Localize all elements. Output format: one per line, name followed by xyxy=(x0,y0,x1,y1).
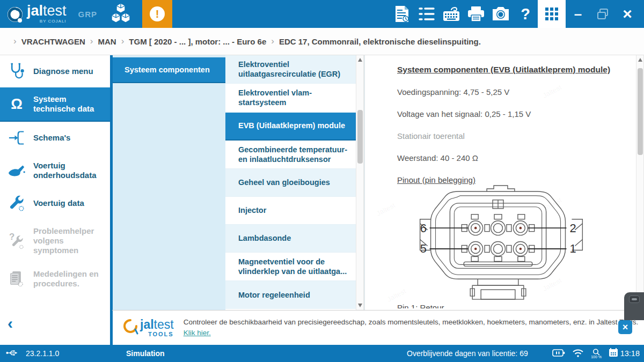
scroll-down-arrow[interactable] xyxy=(358,304,362,307)
spec-supply-voltage: Voedingspanning: 4,75 - 5,25 V xyxy=(397,87,636,97)
brand-bold: jal xyxy=(27,3,43,19)
cubes-icon[interactable] xyxy=(109,2,133,26)
component-item[interactable]: Geheel van gloeibougies xyxy=(225,169,356,197)
breadcrumb-separator: › xyxy=(271,36,274,47)
spec-resistance: Weerstand: 40 - 240 Ω xyxy=(397,153,636,162)
breadcrumb-item-make[interactable]: MAN xyxy=(98,37,116,46)
pin-caption-clipped: Pin 1: Retour... xyxy=(397,303,601,308)
warning-tile[interactable]: ! xyxy=(142,0,172,28)
brand-byline: BY COJALI xyxy=(27,19,67,24)
restore-window-button[interactable] xyxy=(590,0,615,28)
sidebar-item-schemas[interactable]: Schema's xyxy=(0,122,110,154)
zoom-percent-label: 100 % xyxy=(591,355,602,359)
component-item[interactable]: Magneetventiel voor de vlinderklep van d… xyxy=(225,253,356,281)
sidebar-item-label: Systeem technische data xyxy=(33,94,106,114)
scrollbar-thumb[interactable] xyxy=(638,68,643,155)
detail-title: Systeem componenten (EVB (Uitlaatkleprem… xyxy=(397,65,636,75)
sidebar-item-diagnose-menu[interactable]: Diagnose menu xyxy=(0,55,110,87)
keyboard-icon[interactable] xyxy=(439,0,464,28)
sidebar-item-label: Diagnose menu xyxy=(33,67,93,76)
sidebar-item-label: Probleemhelper volgens symptomen xyxy=(33,226,106,255)
help-icon[interactable]: ? xyxy=(521,5,530,23)
pin-label-6: 6 xyxy=(420,221,427,235)
banner-message: Controleer de beschikbaarheid van precis… xyxy=(184,317,640,339)
breadcrumb-item-system[interactable]: EDC 17, Commonrail, elektronische diesel… xyxy=(279,37,481,46)
scroll-up-arrow[interactable] xyxy=(638,58,642,62)
watermark: Jaltest xyxy=(375,201,397,218)
sidebar-item-vehicle-maintenance-data[interactable]: Voertuig onderhoudsdata xyxy=(0,154,110,187)
wifi-icon xyxy=(572,349,584,359)
pin-label-5: 5 xyxy=(420,242,427,255)
components-scrollbar[interactable] xyxy=(356,55,364,310)
component-item[interactable]: Elektroventiel uitlaatgasrecirculatie (E… xyxy=(225,55,356,84)
tools-brand-light: test xyxy=(154,317,174,331)
sidebar-item-system-technical-data[interactable]: Ω Systeem technische data xyxy=(0,87,110,122)
scroll-up-arrow[interactable] xyxy=(358,58,362,62)
status-bar: 23.2.1.1.0 Simulation Overblijvende dage… xyxy=(0,345,644,362)
sidebar-item-label: Schema's xyxy=(33,133,70,143)
documents-icon xyxy=(8,270,26,288)
systems-item-components[interactable]: Systeem componenten xyxy=(113,57,225,83)
print-icon[interactable] xyxy=(464,0,488,28)
question-wrench-icon: ? xyxy=(8,232,26,250)
watermark: Jaltest xyxy=(386,287,407,304)
banner-close-button[interactable]: × xyxy=(618,320,632,334)
breadcrumb-item-vehicle-type[interactable]: VRACHTWAGEN xyxy=(21,37,85,46)
wrench-icon xyxy=(8,194,26,212)
sidebar-item-label: Mededelingen en procedures. xyxy=(33,269,106,289)
component-item[interactable]: Motor regeleenheid xyxy=(225,281,356,309)
jaltest-logo-icon xyxy=(6,6,25,24)
scrollbar-thumb[interactable] xyxy=(357,110,363,164)
svg-text:?: ? xyxy=(9,232,14,242)
stethoscope-icon xyxy=(8,62,26,80)
component-item[interactable]: Gecombineerde temperatuur- en inlaatluch… xyxy=(225,141,356,169)
zoom-level-icon[interactable]: 100 % xyxy=(591,349,602,359)
pinout-link[interactable]: Pinout (pin belegging) xyxy=(397,175,475,184)
schematic-icon xyxy=(8,129,26,147)
usb-icon xyxy=(5,349,19,358)
sidebar-collapse-chevron[interactable]: ‹ xyxy=(8,315,13,331)
grp-label: GRP xyxy=(78,10,98,19)
breadcrumb-separator: › xyxy=(13,36,17,47)
breadcrumb-bar: › VRACHTWAGEN › MAN › TGM [ 2020 - ... ]… xyxy=(0,28,644,55)
jaltest-tools-logo: jaltest TOOLS xyxy=(122,319,174,337)
tools-logo-icon xyxy=(122,319,138,337)
calendar-icon[interactable] xyxy=(609,348,618,359)
brand-light: test xyxy=(43,3,67,19)
top-bar: jaltest BY COJALI GRP ! xyxy=(0,0,644,28)
tools-banner: jaltest TOOLS Controleer de beschikbaarh… xyxy=(113,311,644,345)
breadcrumb-separator: › xyxy=(90,36,93,47)
warning-icon: ! xyxy=(150,6,165,21)
minimize-button[interactable]: – xyxy=(574,7,582,21)
banner-message-text: Controleer de beschikbaarheid van precis… xyxy=(184,318,639,326)
component-item[interactable]: Injector xyxy=(225,197,356,225)
omega-icon: Ω xyxy=(11,97,23,112)
connector-diagram: 6 2 5 1 xyxy=(412,184,590,309)
license-days-label: Overblijvende dagen van licentie: 69 xyxy=(407,349,528,358)
component-item-selected[interactable]: EVB (Uitlaatkleprem) module xyxy=(225,113,356,141)
sidebar-item-label: Voertuig onderhoudsdata xyxy=(33,161,106,180)
report-icon[interactable] xyxy=(390,0,414,28)
component-item[interactable]: Lambdasonde xyxy=(225,225,356,253)
banner-link[interactable]: Klik hier. xyxy=(184,329,211,337)
breadcrumb-separator: › xyxy=(121,36,125,47)
systems-column: Systeem componenten xyxy=(113,55,225,310)
detail-panel: Jaltest Jaltest Jaltest Jaltest Jaltest … xyxy=(365,55,636,310)
spec-idle-speed: Stationair toerental xyxy=(397,131,636,141)
spec-signal-voltage: Voltage van het signaal: 0,25 - 1,15 V xyxy=(397,109,636,119)
apps-grid-button[interactable] xyxy=(538,0,566,28)
breadcrumb-item-model[interactable]: TGM [ 2020 - ... ], motor: ... - Euro 6e xyxy=(129,37,266,46)
version-label: 23.2.1.1.0 xyxy=(26,349,59,358)
battery-icon xyxy=(552,349,565,358)
detail-scrollbar[interactable] xyxy=(636,55,644,310)
breadcrumb: › VRACHTWAGEN › MAN › TGM [ 2020 - ... ]… xyxy=(9,36,481,47)
list-icon[interactable] xyxy=(414,0,439,28)
support-tab[interactable] xyxy=(624,292,644,320)
sidebar-item-vehicle-data[interactable]: Voertuig data xyxy=(0,187,110,219)
component-item[interactable]: Elektroventiel vlam-startsysteem xyxy=(225,84,356,112)
support-chat-icon xyxy=(629,295,640,303)
close-button[interactable]: × xyxy=(623,6,632,22)
tools-brand-bold: jal xyxy=(140,317,154,331)
pin-label-2: 2 xyxy=(569,221,576,235)
screenshot-icon[interactable] xyxy=(488,0,513,28)
